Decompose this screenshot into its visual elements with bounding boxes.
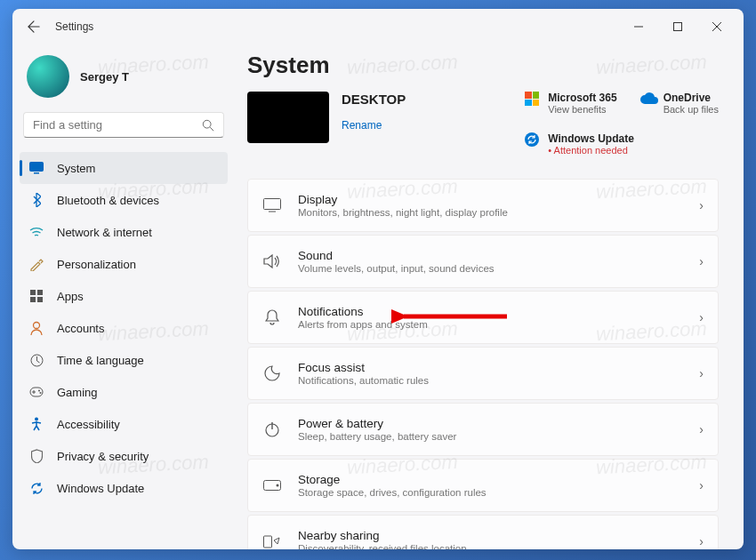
- card-title: Nearby sharing: [298, 529, 699, 542]
- nav-accessibility[interactable]: Accessibility: [20, 408, 228, 440]
- nav-update[interactable]: Windows Update: [20, 472, 228, 504]
- nav-label: Windows Update: [57, 482, 144, 495]
- sidebar: Sergey T System Bluetooth & devices Netw…: [12, 44, 235, 549]
- card-storage[interactable]: StorageStorage space, drives, configurat…: [247, 459, 719, 512]
- tile-onedrive[interactable]: OneDriveBack up files: [640, 92, 719, 115]
- card-sub: Sleep, battery usage, battery saver: [298, 431, 699, 442]
- nav-label: System: [57, 162, 95, 175]
- card-title: Focus assist: [298, 361, 699, 374]
- chevron-right-icon: ›: [699, 310, 704, 324]
- tile-windows-update[interactable]: Windows UpdateAttention needed: [525, 132, 719, 156]
- minimize-icon: [634, 22, 643, 31]
- search-box[interactable]: [23, 112, 224, 138]
- tile-ms365[interactable]: Microsoft 365View benefits: [525, 92, 616, 115]
- chevron-right-icon: ›: [699, 534, 704, 548]
- card-title: Sound: [298, 249, 699, 262]
- nav-privacy[interactable]: Privacy & security: [20, 440, 228, 472]
- nav-network[interactable]: Network & internet: [20, 216, 228, 248]
- chevron-right-icon: ›: [699, 478, 704, 492]
- accessibility-icon: [28, 416, 44, 432]
- card-title: Power & battery: [298, 417, 699, 430]
- card-display[interactable]: DisplayMonitors, brightness, night light…: [247, 179, 719, 232]
- card-sub: Discoverability, received files location: [298, 543, 699, 549]
- card-sound[interactable]: SoundVolume levels, output, input, sound…: [247, 235, 719, 288]
- nav-label: Bluetooth & devices: [57, 194, 159, 207]
- nav-apps[interactable]: Apps: [20, 280, 228, 312]
- content-area: Sergey T System Bluetooth & devices Netw…: [12, 44, 744, 549]
- svg-rect-11: [37, 297, 43, 302]
- nearby-icon: [262, 532, 282, 549]
- nav-bluetooth[interactable]: Bluetooth & devices: [20, 184, 228, 216]
- device-thumbnail: [247, 92, 329, 143]
- focus-icon: [262, 364, 282, 383]
- rename-link[interactable]: Rename: [342, 119, 382, 132]
- card-sub: Alerts from apps and system: [298, 319, 699, 330]
- nav-label: Privacy & security: [57, 450, 149, 463]
- minimize-button[interactable]: [619, 13, 658, 40]
- avatar: [27, 55, 69, 98]
- nav-label: Accounts: [57, 322, 104, 335]
- card-focus-assist[interactable]: Focus assistNotifications, automatic rul…: [247, 347, 719, 400]
- svg-rect-8: [30, 290, 36, 295]
- card-sub: Monitors, brightness, night light, displ…: [298, 207, 699, 218]
- svg-rect-10: [30, 297, 36, 302]
- nav-accounts[interactable]: Accounts: [20, 312, 228, 344]
- card-title: Storage: [298, 473, 699, 486]
- sound-icon: [262, 252, 282, 271]
- maximize-button[interactable]: [658, 13, 697, 40]
- onedrive-icon: [640, 92, 656, 108]
- bluetooth-icon: [28, 192, 44, 208]
- privacy-icon: [28, 448, 44, 464]
- nav-personalization[interactable]: Personalization: [20, 248, 228, 280]
- tile-title: Windows Update: [548, 132, 634, 145]
- search-icon: [202, 119, 214, 132]
- system-icon: [28, 160, 44, 176]
- chevron-right-icon: ›: [699, 366, 704, 380]
- user-profile[interactable]: Sergey T: [20, 44, 228, 112]
- page-title: System: [247, 52, 719, 79]
- close-button[interactable]: [697, 13, 736, 40]
- card-notifications[interactable]: NotificationsAlerts from apps and system…: [247, 291, 719, 344]
- tile-sub: Back up files: [664, 104, 719, 115]
- card-nearby-sharing[interactable]: Nearby sharingDiscoverability, received …: [247, 515, 719, 549]
- personalization-icon: [28, 256, 44, 272]
- nav-label: Apps: [57, 290, 84, 303]
- gaming-icon: [28, 384, 44, 400]
- nav-gaming[interactable]: Gaming: [20, 376, 228, 408]
- nav-label: Accessibility: [57, 418, 120, 431]
- power-icon: [262, 420, 282, 439]
- close-icon: [712, 22, 721, 31]
- tile-title: Microsoft 365: [548, 92, 616, 104]
- back-button[interactable]: [20, 12, 48, 41]
- window-controls: [619, 13, 736, 40]
- svg-rect-1: [674, 23, 682, 31]
- settings-window: Settings Sergey T System Bluetooth & dev…: [12, 9, 744, 549]
- nav-label: Network & internet: [57, 226, 152, 239]
- card-title: Display: [298, 193, 699, 206]
- nav-system[interactable]: System: [20, 152, 228, 184]
- tile-sub: Attention needed: [548, 145, 634, 156]
- chevron-right-icon: ›: [699, 422, 704, 436]
- svg-point-18: [525, 132, 539, 147]
- svg-point-17: [35, 418, 38, 421]
- nav-time[interactable]: Time & language: [20, 344, 228, 376]
- display-icon: [262, 196, 282, 215]
- nav-label: Time & language: [57, 354, 144, 367]
- svg-point-16: [40, 392, 42, 394]
- settings-cards: DisplayMonitors, brightness, night light…: [247, 179, 719, 549]
- nav-label: Personalization: [57, 258, 136, 271]
- svg-rect-7: [34, 172, 39, 174]
- chevron-right-icon: ›: [699, 254, 704, 268]
- card-sub: Notifications, automatic rules: [298, 375, 699, 386]
- svg-rect-19: [264, 199, 281, 210]
- card-sub: Volume levels, output, input, sound devi…: [298, 263, 699, 274]
- card-power[interactable]: Power & batterySleep, battery usage, bat…: [247, 403, 719, 456]
- search-input[interactable]: [33, 118, 202, 132]
- time-icon: [28, 352, 44, 368]
- titlebar: Settings: [12, 9, 744, 44]
- notifications-icon: [262, 308, 282, 327]
- svg-rect-9: [37, 290, 43, 295]
- nav-list: System Bluetooth & devices Network & int…: [20, 152, 228, 504]
- tile-sub: View benefits: [548, 104, 616, 115]
- user-name: Sergey T: [80, 70, 129, 84]
